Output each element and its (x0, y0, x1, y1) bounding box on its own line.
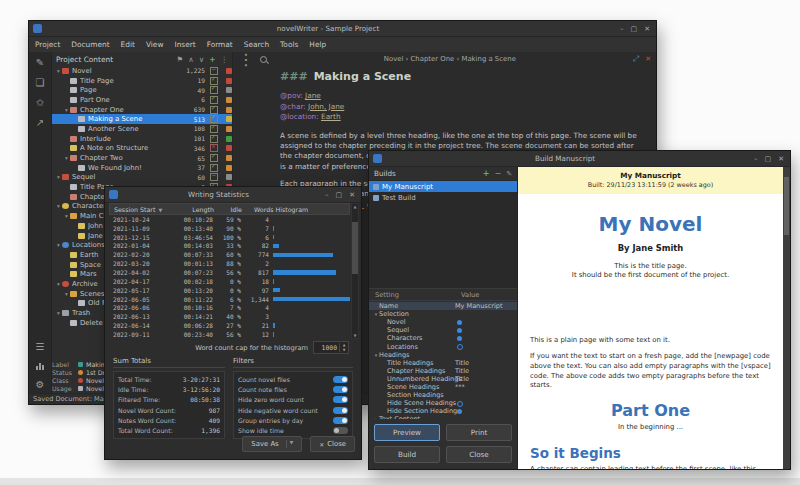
menu-search[interactable]: Search (244, 40, 269, 49)
included-checkbox[interactable] (210, 77, 218, 85)
session-row[interactable]: 2022-04-1700:02:180 %18 (109, 277, 350, 286)
maximize-icon[interactable]: ▢ (336, 191, 343, 199)
build-setting-row[interactable]: Title HeadingsTitle (369, 359, 517, 367)
tree-expand-icon[interactable]: ▾ (55, 174, 62, 180)
col-session-start[interactable]: Session Start▼ (110, 206, 168, 213)
preview-scrollbar-thumb[interactable] (784, 177, 789, 235)
details-list-icon[interactable]: ☰ (36, 341, 45, 352)
tree-expand-icon[interactable]: ▾ (55, 310, 62, 316)
remove-build-icon[interactable]: − (494, 169, 501, 178)
search-icon[interactable] (260, 56, 267, 63)
print-button[interactable]: Print (446, 424, 512, 441)
filter-toggle[interactable] (333, 396, 348, 403)
editor-menu-icon[interactable]: ⋮ (238, 52, 254, 69)
stats-scrollbar-thumb[interactable] (352, 222, 358, 274)
session-row[interactable]: 2022-04-0200:07:2356 %817 (109, 268, 350, 277)
build-setting-row[interactable]: Locations (369, 342, 517, 350)
preview-button[interactable]: Preview (374, 424, 440, 441)
build-setting-row[interactable]: Section Headings (369, 391, 517, 399)
build-button[interactable]: Build (374, 446, 440, 463)
menu-tools[interactable]: Tools (280, 40, 298, 49)
project-view-icon[interactable]: ❏ (36, 77, 45, 88)
export-icon[interactable]: ↗ (36, 117, 44, 128)
build-setting-row[interactable]: Chapter HeadingsTitle (369, 367, 517, 375)
build-titlebar[interactable]: Build Manuscript – ▢ ✕ (369, 151, 790, 167)
main-titlebar[interactable]: novelWriter - Sample Project – ▢ ✕ (29, 21, 656, 37)
spinner-arrows-icon[interactable]: ▲▼ (339, 343, 348, 352)
session-row[interactable]: 2022-06-0500:11:226 %1,344 (109, 295, 350, 304)
tree-expand-icon[interactable]: ▾ (63, 155, 70, 161)
build-setting-row[interactable]: Hide Section Headings (369, 407, 517, 415)
stats-scrollbar[interactable]: ▲ ▼ (351, 203, 359, 339)
included-checkbox[interactable] (210, 67, 218, 75)
menu-document[interactable]: Document (71, 40, 109, 49)
writing-stats-icon[interactable] (36, 361, 44, 370)
session-row[interactable]: 2021-12-1503:46:54100 %6 (109, 233, 350, 242)
session-row[interactable]: 2022-06-0600:10:167 %4 (109, 303, 350, 312)
filter-toggle[interactable] (333, 427, 348, 434)
tree-item[interactable]: Another Scene108 (52, 124, 232, 134)
included-checkbox[interactable] (210, 154, 218, 162)
tree-item[interactable]: Interlude101 (52, 134, 232, 144)
included-checkbox[interactable] (210, 86, 218, 94)
tree-item[interactable]: ▾Sequel60 (52, 173, 232, 183)
build-setting-row[interactable]: Unnumbered HeadingsTitle (369, 375, 517, 383)
close-document-icon[interactable]: ✕ (645, 55, 651, 63)
session-row[interactable]: 2022-06-1400:06:2827 %21 (109, 321, 350, 330)
build-setting-row[interactable]: Hide Scene Headings (369, 399, 517, 407)
session-row[interactable]: 2021-11-0900:13:4090 %7 (109, 224, 350, 233)
build-list-item[interactable]: My Manuscript (369, 181, 517, 192)
minimize-icon[interactable]: – (754, 155, 758, 163)
tree-expand-icon[interactable]: ▾ (55, 242, 62, 248)
included-checkbox[interactable] (210, 115, 218, 123)
tree-expand-icon[interactable]: ▾ (63, 107, 70, 113)
maximize-icon[interactable]: ▢ (765, 155, 772, 163)
tree-item[interactable]: Title Page19 (52, 76, 232, 86)
session-row[interactable]: 2022-09-1100:23:4056 %12 (109, 330, 350, 339)
build-setting-row[interactable]: ▾Selection (369, 310, 517, 318)
tree-expand-icon[interactable]: ▾ (63, 213, 70, 219)
tree-item[interactable]: ▾Chapter One639 (52, 105, 232, 115)
scroll-down-icon[interactable]: ▼ (352, 333, 358, 338)
session-row[interactable]: 2021-10-2400:10:2859 %4 (109, 215, 350, 224)
maximize-icon[interactable]: ▢ (631, 25, 638, 33)
col-length[interactable]: Length (168, 206, 214, 213)
minimize-icon[interactable]: – (620, 25, 624, 33)
session-row[interactable]: 2022-06-1300:14:2140 %3 (109, 312, 350, 321)
build-setting-row[interactable]: NameMy Manuscript (369, 302, 517, 310)
menu-view[interactable]: View (146, 40, 164, 49)
sessions-table-header[interactable]: Session Start▼ Length Idle Words Histogr… (109, 203, 350, 215)
included-checkbox[interactable] (210, 135, 218, 143)
settings-gear-icon[interactable]: ⚙ (36, 379, 45, 390)
tree-item[interactable]: ▾Chapter Two65 (52, 153, 232, 163)
menu-format[interactable]: Format (207, 40, 233, 49)
close-icon[interactable]: ✕ (778, 155, 784, 163)
tree-item[interactable]: Part One6 (52, 95, 232, 105)
session-row[interactable]: 2022-03-2000:01:1388 %2 (109, 259, 350, 268)
outline-view-icon[interactable]: ✩ (36, 97, 44, 108)
build-list-item[interactable]: Test Build (369, 192, 517, 203)
preview-scrollbar[interactable] (783, 167, 790, 469)
included-checkbox[interactable] (210, 106, 218, 114)
close-icon[interactable]: ✕ (644, 25, 650, 33)
cap-spinner[interactable]: 1000 ▲▼ (313, 341, 349, 354)
build-setting-row[interactable]: Scene Headings*** (369, 383, 517, 391)
tag-value-link[interactable]: John, Jane (308, 102, 344, 111)
menu-help[interactable]: Help (309, 40, 326, 49)
cap-value[interactable]: 1000 (314, 344, 339, 352)
session-row[interactable]: 2022-05-1700:13:200 %97 (109, 286, 350, 295)
included-checkbox[interactable] (210, 125, 218, 133)
session-row[interactable]: 2022-02-2000:07:3360 %774 (109, 250, 350, 259)
col-idle[interactable]: Idle (214, 206, 242, 213)
tree-expand-icon[interactable]: ▾ (63, 291, 70, 297)
tree-item[interactable]: Making a Scene513 (52, 114, 232, 124)
save-as-dropdown-icon[interactable]: ▼ (286, 440, 293, 448)
close-icon[interactable]: ✕ (349, 191, 355, 199)
tree-item[interactable]: A Note on Structure346 (52, 144, 232, 154)
tree-expand-icon[interactable]: ▾ (55, 281, 62, 287)
tag-value-link[interactable]: Earth (321, 112, 341, 121)
focus-mode-icon[interactable]: ⤢ (633, 54, 639, 64)
included-checkbox[interactable] (210, 144, 218, 152)
add-item-icon[interactable]: + (209, 55, 215, 64)
filter-toggle[interactable] (333, 376, 348, 383)
